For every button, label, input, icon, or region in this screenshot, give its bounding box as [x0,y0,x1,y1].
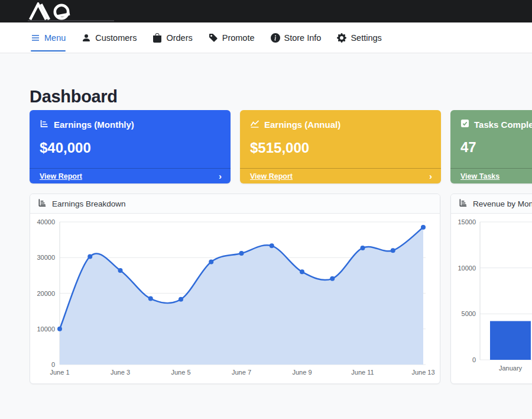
bar-chart-svg: 050001000015000January [451,214,532,384]
nav-label: Settings [351,33,381,43]
card-footer: View Report › [240,168,441,183]
chevron-right-icon[interactable]: › [429,172,432,181]
view-report-link[interactable]: View Report [250,172,293,181]
svg-text:June 3: June 3 [111,369,130,376]
chart-bars-icon [459,198,468,209]
bag-icon [153,33,162,43]
gear-icon [337,33,346,43]
view-tasks-link[interactable]: View Tasks [460,172,499,181]
nav-label: Menu [44,33,66,43]
card-footer: View Tasks › [450,168,532,183]
svg-text:15000: 15000 [458,218,476,225]
earnings-monthly-card: Earnings (Monthly) $40,000 View Report › [30,110,231,183]
nav-item-orders[interactable]: Orders [153,22,192,53]
stat-card-title: Tasks Completed [474,120,532,130]
earnings-breakdown-chart: 010000200003000040000June 1June 3June 5J… [30,214,440,384]
svg-text:10000: 10000 [37,325,55,333]
svg-text:5000: 5000 [462,310,476,317]
chart-bars-icon [38,198,47,209]
nav-label: Customers [95,33,137,43]
svg-text:10000: 10000 [458,265,476,272]
chart-card-header: Revenue by Month [451,194,532,214]
nav-item-menu[interactable]: Menu [31,22,66,53]
top-app-bar [0,0,532,22]
logo-underline [28,20,114,21]
nav-item-settings[interactable]: Settings [337,22,381,53]
bar-chart-icon [40,119,49,130]
svg-text:0: 0 [51,361,55,368]
check-square-icon [460,119,469,130]
person-icon [82,33,91,43]
view-report-link[interactable]: View Report [40,172,82,181]
chart-title: Earnings Breakdown [52,199,126,208]
stat-cards-row: Earnings (Monthly) $40,000 View Report ›… [30,110,532,183]
tag-icon [209,33,218,43]
chart-title: Revenue by Month [473,199,532,208]
hamburger-icon [31,33,40,43]
stat-card-title: Earnings (Monthly) [54,120,134,130]
chart-card-header: Earnings Breakdown [30,194,440,214]
tasks-completed-card: Tasks Completed 47 View Tasks › [450,110,532,183]
stat-card-value: $515,000 [250,140,431,156]
svg-text:June 1: June 1 [50,369,69,376]
main-navbar: Menu Customers Orders Promote Store Info… [0,22,532,53]
chevron-right-icon[interactable]: › [219,172,222,181]
svg-text:June 11: June 11 [351,369,374,376]
nav-item-customers[interactable]: Customers [82,22,137,53]
nav-label: Orders [166,33,192,43]
svg-text:June 9: June 9 [292,369,312,376]
area-chart-svg: 010000200003000040000June 1June 3June 5J… [30,214,440,384]
stat-card-title: Earnings (Annual) [264,120,340,130]
stat-card-value: 47 [460,139,532,156]
page-title: Dashboard [30,87,532,107]
svg-text:30000: 30000 [37,254,55,261]
card-footer: View Report › [30,168,231,183]
svg-text:June 7: June 7 [232,369,251,376]
line-chart-icon [250,119,259,130]
earnings-annual-card: Earnings (Annual) $515,000 View Report › [240,110,441,183]
revenue-by-month-chart: 050001000015000January [451,214,532,384]
page-content: Dashboard Earnings (Monthly) $40,000 Vie… [0,87,532,384]
svg-text:0: 0 [472,356,476,363]
nav-label: Store Info [284,33,322,43]
svg-text:January: January [499,365,523,372]
svg-text:June 5: June 5 [171,369,190,376]
svg-text:40000: 40000 [37,218,55,225]
aq-logo-icon [28,2,80,20]
earnings-breakdown-card: Earnings Breakdown 010000200003000040000… [30,194,440,384]
stat-card-value: $40,000 [40,140,220,156]
brand-logo[interactable] [28,2,80,22]
charts-row: Earnings Breakdown 010000200003000040000… [30,194,532,384]
revenue-by-month-card: Revenue by Month 050001000015000January [450,194,532,384]
info-circle-icon [271,33,280,43]
svg-text:June 13: June 13 [411,369,434,376]
nav-item-promote[interactable]: Promote [209,22,255,53]
svg-text:20000: 20000 [37,290,55,297]
nav-item-store-info[interactable]: Store Info [271,22,322,53]
nav-label: Promote [222,33,255,43]
